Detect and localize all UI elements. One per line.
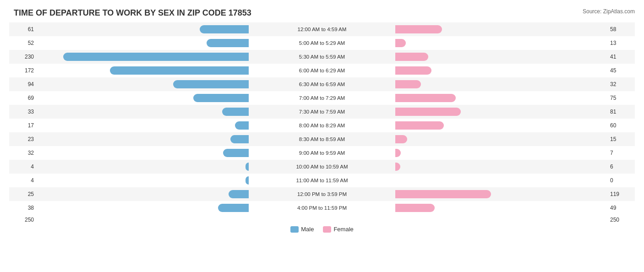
axis-left: 250 (9, 217, 37, 223)
male-bar (173, 80, 249, 88)
female-value: 0 (607, 177, 635, 184)
female-value: 75 (607, 95, 635, 101)
female-bar (395, 53, 428, 61)
time-label: 10:00 AM to 10:59 AM (251, 164, 393, 169)
male-value: 61 (9, 26, 37, 33)
male-value: 32 (9, 150, 37, 156)
male-value: 52 (9, 40, 37, 46)
chart-row: 337:30 AM to 7:59 AM81 (9, 105, 635, 119)
chart-row: 946:30 AM to 6:59 AM32 (9, 77, 635, 91)
female-value: 58 (607, 26, 635, 33)
time-label: 5:30 AM to 5:59 AM (251, 54, 393, 60)
female-value: 49 (607, 205, 635, 211)
male-value: 69 (9, 95, 37, 101)
female-bar (395, 149, 401, 157)
female-value: 15 (607, 136, 635, 142)
male-value: 4 (9, 163, 37, 170)
female-bar (395, 135, 407, 143)
male-bar (63, 53, 249, 61)
legend: Male Female (9, 226, 635, 233)
female-bar (395, 39, 406, 47)
male-bar (235, 121, 249, 130)
female-bar (395, 66, 431, 75)
female-value: 45 (607, 67, 635, 74)
female-bar (395, 25, 442, 33)
time-label: 12:00 AM to 4:59 AM (251, 27, 393, 32)
male-bar (229, 190, 249, 198)
male-value: 4 (9, 177, 37, 184)
time-label: 8:00 AM to 8:29 AM (251, 123, 393, 128)
time-label: 5:00 AM to 5:29 AM (251, 40, 393, 46)
male-value: 23 (9, 136, 37, 142)
legend-male: Male (290, 226, 314, 233)
time-label: 8:30 AM to 8:59 AM (251, 136, 393, 142)
chart-body: 6112:00 AM to 4:59 AM58525:00 AM to 5:29… (9, 22, 635, 215)
female-value: 119 (607, 191, 635, 197)
chart-row: 329:00 AM to 9:59 AM7 (9, 146, 635, 160)
chart-row: 410:00 AM to 10:59 AM6 (9, 160, 635, 174)
time-label: 6:30 AM to 6:59 AM (251, 82, 393, 87)
male-bar (110, 66, 249, 75)
time-label: 6:00 AM to 6:29 AM (251, 68, 393, 73)
source-label: Source: ZipAtlas.com (583, 8, 635, 15)
male-value: 25 (9, 191, 37, 197)
legend-female-box (323, 226, 331, 233)
legend-male-label: Male (301, 226, 314, 233)
chart-title: TIME OF DEPARTURE TO WORK BY SEX IN ZIP … (9, 8, 635, 18)
chart-row: 1726:00 AM to 6:29 AM45 (9, 64, 635, 77)
chart-container: TIME OF DEPARTURE TO WORK BY SEX IN ZIP … (0, 0, 644, 272)
legend-male-box (290, 226, 299, 233)
axis-right: 250 (607, 217, 635, 223)
male-value: 172 (9, 67, 37, 74)
female-bar (395, 108, 461, 116)
chart-row: 178:00 AM to 8:29 AM60 (9, 119, 635, 132)
male-bar (223, 149, 249, 157)
chart-row: 2305:30 AM to 5:59 AM41 (9, 50, 635, 64)
female-value: 6 (607, 163, 635, 170)
legend-female: Female (323, 226, 353, 233)
male-value: 38 (9, 205, 37, 211)
time-label: 12:00 PM to 3:59 PM (251, 191, 393, 197)
time-label: 4:00 PM to 11:59 PM (251, 205, 393, 211)
female-bar (395, 94, 456, 102)
female-value: 60 (607, 122, 635, 129)
female-bar (395, 190, 491, 198)
chart-row: 525:00 AM to 5:29 AM13 (9, 36, 635, 50)
male-value: 230 (9, 54, 37, 60)
male-bar (230, 135, 249, 143)
time-label: 7:30 AM to 7:59 AM (251, 109, 393, 114)
male-bar (246, 176, 249, 185)
chart-row: 2512:00 PM to 3:59 PM119 (9, 187, 635, 201)
chart-row: 238:30 AM to 8:59 AM15 (9, 132, 635, 146)
chart-row: 384:00 PM to 11:59 PM49 (9, 201, 635, 215)
female-bar (395, 80, 421, 88)
male-value: 94 (9, 81, 37, 87)
male-bar (193, 94, 249, 102)
female-bar (395, 163, 400, 171)
chart-row: 411:00 AM to 11:59 AM0 (9, 174, 635, 187)
male-value: 33 (9, 109, 37, 115)
male-value: 17 (9, 122, 37, 129)
female-value: 7 (607, 150, 635, 156)
female-value: 41 (607, 54, 635, 60)
female-bar (395, 204, 435, 212)
time-label: 11:00 AM to 11:59 AM (251, 178, 393, 183)
time-label: 7:00 AM to 7:29 AM (251, 95, 393, 101)
male-bar (207, 39, 249, 47)
chart-row: 697:00 AM to 7:29 AM75 (9, 91, 635, 105)
time-label: 9:00 AM to 9:59 AM (251, 150, 393, 156)
male-bar (222, 108, 249, 116)
male-bar (200, 25, 249, 33)
male-bar (218, 204, 249, 212)
female-value: 81 (607, 109, 635, 115)
female-value: 13 (607, 40, 635, 46)
male-bar (246, 163, 249, 171)
female-value: 32 (607, 81, 635, 87)
axis-row: 250 250 (9, 217, 635, 223)
female-bar (395, 121, 444, 130)
chart-row: 6112:00 AM to 4:59 AM58 (9, 22, 635, 36)
legend-female-label: Female (333, 226, 353, 233)
